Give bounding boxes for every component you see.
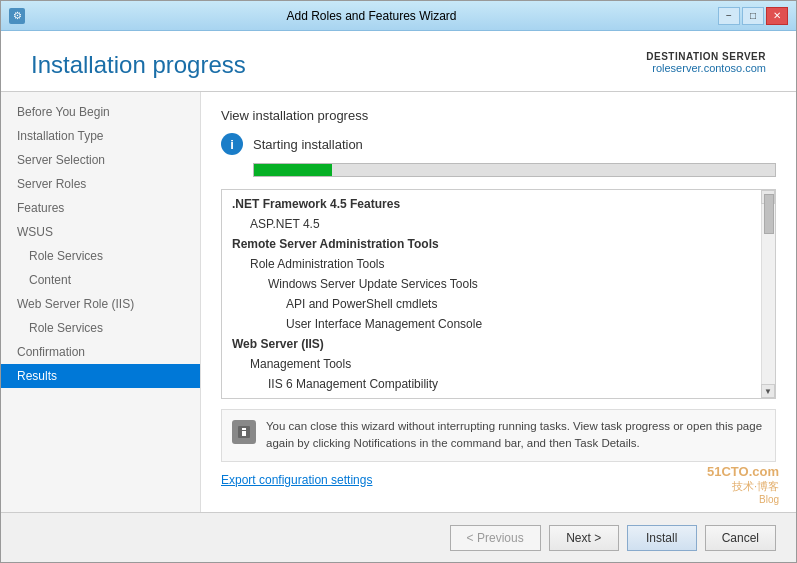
footer: < Previous Next > Install Cancel (1, 512, 796, 562)
list-item: Web Server (IIS) (222, 334, 775, 354)
cancel-button[interactable]: Cancel (705, 525, 776, 551)
feature-list-inner: .NET Framework 4.5 Features ASP.NET 4.5 … (222, 190, 775, 399)
window-icon: ⚙ (9, 8, 25, 24)
content-area: Installation progress DESTINATION SERVER… (1, 31, 796, 562)
list-item: Remote Server Administration Tools (222, 234, 775, 254)
feature-list-box[interactable]: .NET Framework 4.5 Features ASP.NET 4.5 … (221, 189, 776, 399)
install-button[interactable]: Install (627, 525, 697, 551)
progress-bar-container (253, 163, 776, 177)
server-name: roleserver.contoso.com (646, 62, 766, 74)
sidebar-item-features[interactable]: Features (1, 196, 200, 220)
list-item: IIS 6 Metabase Compatibility (222, 394, 775, 399)
sidebar-item-wsus[interactable]: WSUS (1, 220, 200, 244)
info-text: You can close this wizard without interr… (266, 418, 765, 453)
title-bar: ⚙ Add Roles and Features Wizard − □ ✕ (1, 1, 796, 31)
info-icon: i (221, 133, 243, 155)
header: Installation progress DESTINATION SERVER… (1, 31, 796, 92)
scrollbar[interactable]: ▲ ▼ (761, 190, 775, 398)
sidebar-item-confirmation[interactable]: Confirmation (1, 340, 200, 364)
minimize-button[interactable]: − (718, 7, 740, 25)
page-title: Installation progress (31, 51, 246, 79)
sidebar-item-before-you-begin[interactable]: Before You Begin (1, 100, 200, 124)
list-item: API and PowerShell cmdlets (222, 294, 775, 314)
destination-label: DESTINATION SERVER (646, 51, 766, 62)
scrollbar-thumb[interactable] (764, 194, 774, 234)
sidebar: Before You Begin Installation Type Serve… (1, 92, 201, 512)
progress-bar-fill (254, 164, 332, 176)
info-box: You can close this wizard without interr… (221, 409, 776, 462)
sidebar-item-role-services-iis[interactable]: Role Services (1, 316, 200, 340)
sidebar-item-role-services-wsus[interactable]: Role Services (1, 244, 200, 268)
list-item: IIS 6 Management Compatibility (222, 374, 775, 394)
list-item: User Interface Management Console (222, 314, 775, 334)
sidebar-item-web-server-role[interactable]: Web Server Role (IIS) (1, 292, 200, 316)
list-item: ASP.NET 4.5 (222, 214, 775, 234)
sidebar-item-server-roles[interactable]: Server Roles (1, 172, 200, 196)
restore-button[interactable]: □ (742, 7, 764, 25)
main-window: ⚙ Add Roles and Features Wizard − □ ✕ In… (0, 0, 797, 563)
next-button[interactable]: Next > (549, 525, 619, 551)
view-label: View installation progress (221, 108, 776, 123)
list-item: Role Administration Tools (222, 254, 775, 274)
sidebar-item-server-selection[interactable]: Server Selection (1, 148, 200, 172)
notification-icon (232, 420, 256, 444)
content-panel: View installation progress i Starting in… (201, 92, 796, 512)
status-text: Starting installation (253, 137, 363, 152)
window-controls: − □ ✕ (718, 7, 788, 25)
sidebar-item-installation-type[interactable]: Installation Type (1, 124, 200, 148)
scroll-down-button[interactable]: ▼ (761, 384, 775, 398)
list-item: .NET Framework 4.5 Features (222, 194, 775, 214)
window-title: Add Roles and Features Wizard (25, 9, 718, 23)
previous-button[interactable]: < Previous (450, 525, 541, 551)
status-row: i Starting installation (221, 133, 776, 155)
close-button[interactable]: ✕ (766, 7, 788, 25)
sidebar-item-content[interactable]: Content (1, 268, 200, 292)
destination-server-info: DESTINATION SERVER roleserver.contoso.co… (646, 51, 766, 74)
list-item: Windows Server Update Services Tools (222, 274, 775, 294)
export-link[interactable]: Export configuration settings (221, 473, 372, 487)
main-area: Before You Begin Installation Type Serve… (1, 92, 796, 512)
list-item: Management Tools (222, 354, 775, 374)
sidebar-item-results[interactable]: Results (1, 364, 200, 388)
